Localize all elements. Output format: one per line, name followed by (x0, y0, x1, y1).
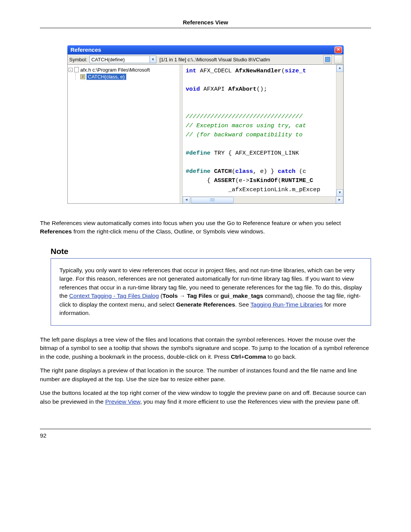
code-token: int (186, 67, 196, 74)
text-bold: Ctrl (231, 353, 241, 360)
tree-symbol-label: CATCH(class, e) (86, 73, 126, 80)
text-bold: Tag Files (187, 292, 212, 299)
tree-pane[interactable]: - afx.h c:\Program Files\Microsoft # CAT… (68, 65, 180, 203)
symbol-label: Symbol: (68, 57, 88, 62)
close-icon[interactable]: × (335, 46, 342, 53)
code-token: void (186, 86, 200, 93)
paragraph: The left pane displays a tree view of th… (40, 335, 371, 361)
code-token: TRY { AFX_EXCEPTION_LINK (210, 150, 299, 157)
code-token: AfxAbort (228, 86, 256, 93)
code-token: (c (295, 168, 306, 175)
page-number: 92 (40, 432, 46, 439)
text-bold: Comma (244, 353, 266, 360)
text: from the right-click menu of the Class, … (72, 228, 265, 235)
link-preview-view[interactable]: Preview View (105, 398, 140, 405)
paragraph: Use the buttons located at the top right… (40, 389, 371, 406)
window-title: References (70, 45, 101, 54)
code-token: (e-> (235, 177, 249, 184)
symbol-combo[interactable]: CATCH(define) ▼ (89, 56, 156, 63)
code-token: , e) } (253, 168, 278, 175)
text: → (178, 292, 187, 299)
code-token: ( (232, 168, 235, 175)
code-token: size_t (285, 67, 306, 74)
code-comment: ///////////////////////////////// (186, 112, 340, 121)
tree-file-label: afx.h c:\Program Files\Microsoft (80, 67, 150, 73)
text-bold: Tools (162, 292, 178, 299)
code-token: { (207, 177, 214, 184)
text: to go back. (266, 353, 296, 360)
code-token: RUNTIME_C (281, 177, 313, 184)
toolbar-button[interactable] (334, 55, 342, 64)
tree-file-row[interactable]: - afx.h c:\Program Files\Microsoft (68, 66, 179, 73)
code-token: (); (256, 86, 267, 93)
scroll-down-icon[interactable]: ▼ (336, 189, 343, 197)
collapse-icon[interactable]: - (68, 68, 73, 72)
page-header: References View (40, 19, 371, 28)
scroll-right-icon[interactable]: ► (336, 197, 343, 203)
code-token: class (235, 168, 253, 175)
code-token: ( (278, 177, 281, 184)
paragraph: The References view automatically comes … (40, 219, 371, 236)
status-text: [1/1 in 1 file] c:\..\Microsoft Visual S… (158, 57, 321, 62)
code-token: #define (186, 150, 210, 157)
text: + (241, 353, 244, 360)
symbol-value: CATCH(define) (91, 57, 125, 62)
code-token: ASSERT (214, 177, 235, 184)
code-comment: // Exception macros using try, cat (186, 121, 340, 130)
link-tagging-runtime[interactable]: Tagging Run-Time Libraries (250, 301, 323, 308)
text-bold: References (40, 228, 72, 235)
toggle-preview-button[interactable] (323, 55, 332, 64)
toolbar: Symbol: CATCH(define) ▼ [1/1 in 1 file] … (67, 54, 344, 65)
text: The References view automatically comes … (40, 220, 341, 226)
code-token: _afxExceptionLink.m_pExcep (228, 186, 320, 193)
text-bold: Generate References (176, 301, 235, 308)
link-context-tagging[interactable]: Context Tagging - Tag Files Dialog (69, 292, 159, 299)
scroll-up-icon[interactable]: ▲ (336, 65, 343, 72)
code-token: #define (186, 168, 210, 175)
vertical-scrollbar[interactable]: ▲ ▼ (336, 65, 343, 197)
scroll-left-icon[interactable]: ◄ (183, 197, 190, 203)
chevron-down-icon[interactable]: ▼ (150, 56, 156, 63)
code-token: IsKindOf (249, 177, 277, 184)
text: or (212, 292, 220, 299)
code-content: int AFX_CDECL AfxNewHandler(size_t void … (183, 65, 343, 194)
code-token: AfxNewHandler (235, 67, 281, 74)
page-footer: 92 (40, 429, 371, 439)
text: The left pane displays a tree view of th… (40, 336, 369, 360)
note-heading: Note (51, 247, 371, 256)
text-bold: gui_make_tags (221, 292, 263, 299)
text: . See (235, 301, 250, 308)
scroll-thumb[interactable] (191, 197, 234, 203)
code-token: CATCH (214, 168, 232, 175)
text: ( (159, 292, 162, 299)
code-comment: // (for backward compatibility to (186, 130, 340, 139)
tree-symbol-row[interactable]: # CATCH(class, e) (80, 73, 179, 80)
code-token: AFX_CDECL (196, 67, 235, 74)
hash-icon: # (80, 74, 85, 79)
code-preview-pane[interactable]: int AFX_CDECL AfxNewHandler(size_t void … (183, 65, 343, 203)
paragraph: The right pane displays a preview of tha… (40, 366, 371, 383)
document-body: The References view automatically comes … (40, 219, 371, 406)
horizontal-scrollbar[interactable]: ◄ ► (183, 196, 343, 203)
code-token: catch (278, 168, 296, 175)
file-icon (74, 67, 79, 72)
code-token: AFXAPI (200, 86, 228, 93)
references-window: References × Symbol: CATCH(define) ▼ [1/… (67, 45, 344, 204)
text: , you may find it more efficient to use … (140, 398, 360, 405)
titlebar: References × (67, 45, 344, 54)
splitter[interactable] (180, 65, 183, 203)
note-box: Typically, you only want to view referen… (51, 258, 371, 326)
